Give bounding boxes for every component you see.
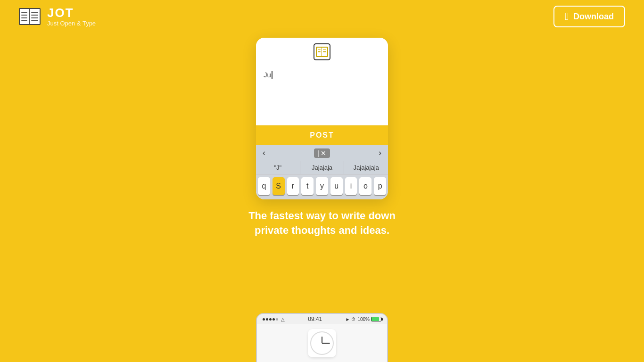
app-title: JOT xyxy=(47,7,96,19)
alarm-icon: ⏱ xyxy=(351,317,356,322)
cursor-indicator: | xyxy=(318,149,320,157)
keyboard-area: q S r t y u i o p xyxy=(256,174,388,199)
clock-minute-hand xyxy=(322,343,330,344)
battery-pct: 100% xyxy=(357,317,370,322)
iphone-app-content xyxy=(257,324,387,362)
status-time: 09:41 xyxy=(308,316,322,322)
download-label: Download xyxy=(573,12,614,22)
logo-icon xyxy=(19,8,41,25)
logo-area: JOT Just Open & Type xyxy=(19,7,96,27)
iphone-status-bar: △ 09:41 ► ⏱ 100% xyxy=(257,314,387,324)
autocomplete-jajajajaja[interactable]: Jajajajaja xyxy=(344,161,388,174)
clock-face xyxy=(310,331,334,355)
clock-hour-hand xyxy=(322,337,322,343)
apple-icon:  xyxy=(565,11,569,22)
delete-icon: ✕ xyxy=(321,149,326,157)
key-o[interactable]: o xyxy=(359,177,372,195)
app-subtitle: Just Open & Type xyxy=(47,20,96,27)
hero-line1: The fastest way to write down xyxy=(248,209,396,223)
keyboard-delete[interactable]: | ✕ xyxy=(314,148,330,158)
key-u[interactable]: u xyxy=(330,177,343,195)
key-y[interactable]: y xyxy=(316,177,328,195)
text-cursor xyxy=(272,71,272,79)
main-content: Ju POST ‹ | ✕ › "J" Jajajaja Jajajajaja … xyxy=(0,33,644,238)
clock-widget xyxy=(308,329,336,357)
keyboard-row-1: q S r t y u i o p xyxy=(258,177,386,195)
keyboard-right-arrow[interactable]: › xyxy=(379,148,381,158)
iphone-preview: △ 09:41 ► ⏱ 100% xyxy=(256,313,388,362)
location-icon: ► xyxy=(346,317,350,322)
key-s[interactable]: S xyxy=(272,177,285,195)
status-right: ► ⏱ 100% xyxy=(346,317,381,322)
note-area[interactable]: Ju xyxy=(256,64,388,125)
wifi-icon: △ xyxy=(281,317,285,322)
signal-area: △ xyxy=(263,317,285,322)
keyboard-left-arrow[interactable]: ‹ xyxy=(263,148,265,158)
keyboard-keys: q S r t y u i o p xyxy=(256,174,388,199)
phone-top-bar xyxy=(256,38,388,64)
keyboard-toolbar: ‹ | ✕ › xyxy=(256,145,388,161)
logo-text: JOT Just Open & Type xyxy=(47,7,96,27)
jot-app-icon xyxy=(314,43,330,60)
key-i[interactable]: i xyxy=(345,177,357,195)
battery-icon xyxy=(371,317,381,321)
key-q[interactable]: q xyxy=(258,177,270,195)
key-p[interactable]: p xyxy=(374,177,386,195)
bottom-preview: △ 09:41 ► ⏱ 100% xyxy=(256,313,388,362)
note-text: Ju xyxy=(264,71,271,79)
header: JOT Just Open & Type  Download xyxy=(0,0,644,33)
post-button[interactable]: POST xyxy=(256,125,388,145)
hero-text: The fastest way to write down private th… xyxy=(230,209,414,238)
hero-line2: private thoughts and ideas. xyxy=(248,223,396,238)
autocomplete-row: "J" Jajajaja Jajajajaja xyxy=(256,161,388,174)
phone-mockup: Ju POST ‹ | ✕ › "J" Jajajaja Jajajajaja … xyxy=(256,38,388,199)
key-t[interactable]: t xyxy=(301,177,314,195)
key-r[interactable]: r xyxy=(287,177,299,195)
autocomplete-j[interactable]: "J" xyxy=(256,161,300,174)
download-button[interactable]:  Download xyxy=(553,6,625,27)
autocomplete-jajajaja[interactable]: Jajajaja xyxy=(300,161,345,174)
